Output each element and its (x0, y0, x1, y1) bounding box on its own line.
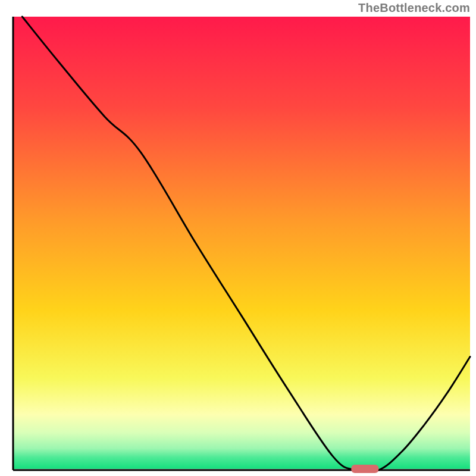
optimal-marker (351, 465, 378, 473)
bottleneck-chart (0, 0, 476, 476)
chart-stage: TheBottleneck.com (0, 0, 476, 476)
gradient-background (13, 17, 470, 469)
